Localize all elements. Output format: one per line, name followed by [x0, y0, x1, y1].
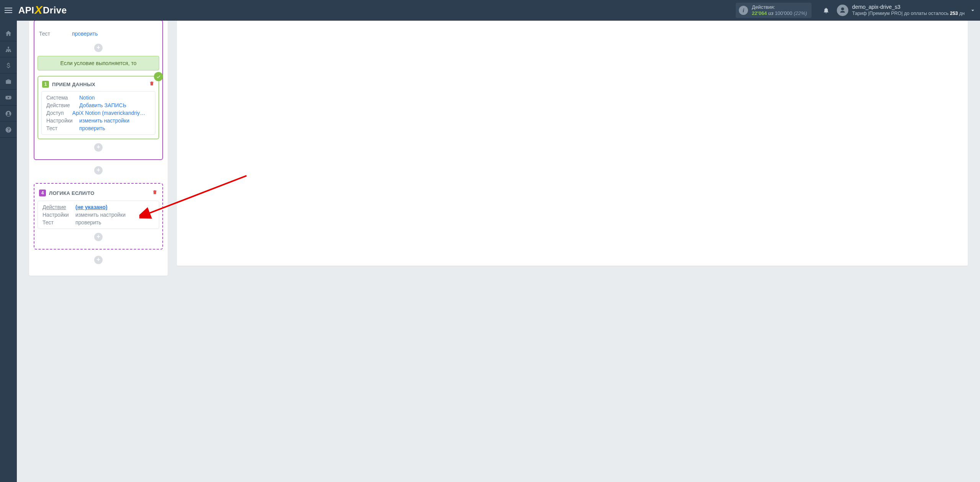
row-link-check[interactable]: проверить: [72, 31, 98, 37]
block-header: 4 ЛОГИКА ЕСЛИ/ТО: [38, 187, 159, 201]
row-link-action-unset[interactable]: (не указано): [75, 204, 108, 210]
row-action: Действие(не указано): [38, 203, 159, 211]
block-number-badge: 1: [42, 81, 49, 88]
row-label: Настройки: [42, 212, 75, 218]
sidebar-item-home[interactable]: [0, 25, 17, 41]
sidebar-item-account[interactable]: [0, 106, 17, 122]
block-title: ЛОГИКА ЕСЛИ/ТО: [49, 190, 95, 196]
row-settings: Настройкиизменить настройки: [38, 211, 159, 219]
sidebar: [0, 21, 17, 482]
block-body: СистемаNotion ДействиеДобавить ЗАПИСЬ До…: [41, 91, 155, 135]
add-step-button[interactable]: +: [94, 233, 103, 241]
plan-name: Премиум PRO: [869, 11, 902, 16]
trash-icon: [152, 189, 158, 195]
user-circle-icon: [5, 110, 12, 117]
header-expand[interactable]: [969, 7, 976, 15]
user-menu[interactable]: demo_apix-drive_s3 Тариф |Премиум PRO| д…: [837, 4, 980, 16]
stats-pct: (22%): [794, 10, 807, 16]
youtube-icon: [5, 94, 12, 101]
logo-api-text: API: [18, 5, 34, 16]
add-step-button[interactable]: +: [94, 143, 103, 152]
hamburger-icon: [5, 8, 12, 13]
sidebar-item-billing[interactable]: [0, 57, 17, 74]
row-label: Настройки: [46, 118, 79, 124]
check-icon: [156, 74, 161, 79]
main-content: Настройки изменить настройки Тест провер…: [17, 21, 980, 482]
stats-max: 100'000: [775, 10, 792, 16]
details-panel: [177, 21, 968, 266]
data-receive-block: 1 ПРИЕМ ДАННЫХ СистемаNotion ДействиеДоб…: [38, 76, 159, 139]
help-icon: [5, 126, 12, 133]
header-right: i Действия: 22'064 из 100'000 (22%) demo…: [736, 0, 980, 21]
sidebar-item-help[interactable]: [0, 122, 17, 138]
chevron-down-icon: [969, 7, 976, 14]
stats-iz: из: [768, 10, 773, 16]
logo-x-text: X: [35, 3, 43, 16]
row-link-settings[interactable]: изменить настройки: [79, 118, 129, 124]
logic-block-outer: Настройки изменить настройки Тест провер…: [34, 21, 163, 160]
plan-mid: | до оплаты осталось: [902, 11, 950, 16]
avatar: [837, 5, 848, 16]
row-system: СистемаNotion: [42, 94, 155, 101]
row-label: Тест: [42, 219, 75, 225]
workflow-column: Настройки изменить настройки Тест провер…: [29, 21, 168, 276]
user-name: demo_apix-drive_s3: [852, 4, 965, 11]
info-icon: i: [739, 6, 748, 15]
stats-used: 22'064: [752, 10, 767, 16]
logo-drive-text: Drive: [43, 5, 67, 16]
row-test: Тестпроверить: [38, 219, 159, 226]
add-step-button[interactable]: +: [94, 44, 103, 52]
app-header: APIXDrive i Действия: 22'064 из 100'000 …: [0, 0, 980, 21]
row-action: ДействиеДобавить ЗАПИСЬ: [42, 101, 155, 109]
condition-banner: Если условие выполняется, то: [38, 56, 159, 70]
stats-box[interactable]: i Действия: 22'064 из 100'000 (22%): [736, 3, 812, 18]
top-partial-body: Настройки изменить настройки Тест провер…: [34, 21, 162, 40]
dollar-icon: [5, 62, 12, 69]
add-step-button[interactable]: +: [94, 256, 103, 264]
delete-block-button[interactable]: [152, 189, 158, 197]
row-label: Тест: [46, 125, 79, 131]
row-label: Действие: [42, 204, 75, 210]
top-partial-row-settings: Настройки изменить настройки: [34, 23, 162, 30]
sidebar-item-video[interactable]: [0, 90, 17, 106]
row-label: Действие: [46, 102, 79, 108]
block-header: 1 ПРИЕМ ДАННЫХ: [38, 77, 158, 91]
plan-days: 253: [950, 11, 958, 16]
trash-icon: [149, 80, 155, 87]
stats-values: 22'064 из 100'000 (22%): [752, 10, 807, 16]
user-text: demo_apix-drive_s3 Тариф |Премиум PRO| д…: [852, 4, 965, 16]
user-plan: Тариф |Премиум PRO| до оплаты осталось 2…: [852, 11, 965, 17]
row-text-test: проверить: [75, 219, 101, 225]
row-link-test[interactable]: проверить: [79, 125, 105, 131]
block-body: Действие(не указано) Настройкиизменить н…: [38, 201, 159, 229]
add-step-button[interactable]: +: [94, 166, 103, 175]
row-link-system[interactable]: Notion: [79, 95, 95, 101]
sidebar-item-connections[interactable]: [0, 41, 17, 57]
row-text-settings: изменить настройки: [75, 212, 126, 218]
stats-text: Действия: 22'064 из 100'000 (22%): [752, 4, 807, 16]
logic-if-block: 4 ЛОГИКА ЕСЛИ/ТО Действие(не указано) На…: [34, 183, 163, 250]
block-title: ПРИЕМ ДАННЫХ: [52, 82, 95, 87]
notifications-button[interactable]: [818, 7, 834, 14]
row-label: Доступ: [46, 110, 72, 116]
row-label: Тест: [39, 31, 72, 37]
plan-prefix: Тариф |: [852, 11, 869, 16]
sitemap-icon: [5, 46, 12, 53]
logo[interactable]: APIXDrive: [18, 4, 67, 17]
sidebar-item-briefcase[interactable]: [0, 74, 17, 90]
stats-label: Действия:: [752, 4, 807, 10]
row-link-action[interactable]: Добавить ЗАПИСЬ: [79, 102, 126, 108]
plan-suffix: дн: [958, 11, 965, 16]
user-icon: [839, 7, 846, 14]
briefcase-icon: [5, 78, 12, 85]
row-label: Система: [46, 95, 79, 101]
row-access: ДоступApiX Notion (maverickandriy@gmail.…: [42, 109, 155, 117]
home-icon: [5, 30, 12, 37]
row-link-access[interactable]: ApiX Notion (maverickandriy@gmail.com): [72, 110, 150, 116]
delete-block-button[interactable]: [149, 80, 155, 88]
block-number-badge: 4: [39, 190, 46, 196]
row-settings: Настройкиизменить настройки: [42, 117, 155, 124]
menu-toggle[interactable]: [0, 0, 17, 21]
status-badge: [154, 72, 163, 81]
row-test: Тестпроверить: [42, 124, 155, 132]
